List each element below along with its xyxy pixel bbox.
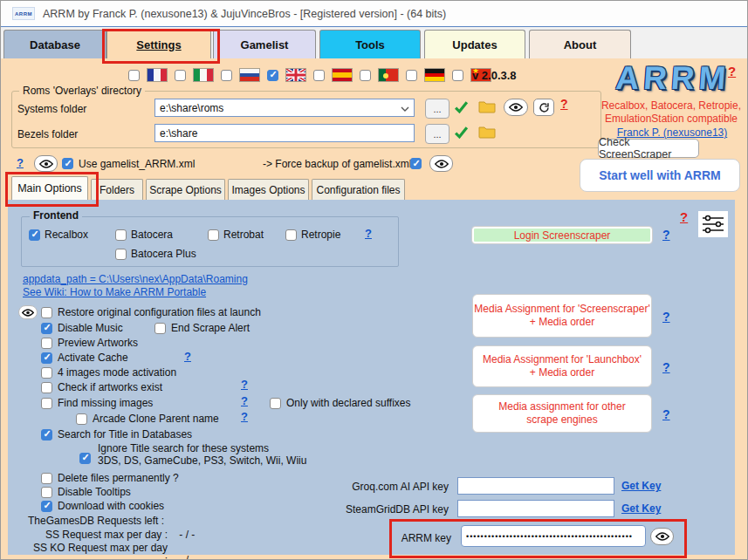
italy-flag-icon[interactable] — [193, 68, 214, 82]
gamelist-eye-button[interactable] — [34, 155, 58, 172]
help-find-missing[interactable]: ? — [241, 394, 248, 407]
lang-russia-checkbox[interactable] — [221, 70, 232, 81]
batocera-label: Batocera — [131, 229, 173, 241]
batocera-plus-checkbox[interactable] — [115, 249, 127, 260]
version-label: v 2.0.3.8 — [472, 69, 517, 82]
ss-request-label: SS Request max per day : — [28, 529, 168, 541]
main-options-panel: Frontend Recalbox Batocera Retrobat Retr… — [8, 200, 735, 555]
disable-music-checkbox[interactable] — [41, 323, 52, 334]
force-backup-eye-button[interactable] — [429, 155, 453, 172]
steamgrid-api-label: SteamGridDB API key — [335, 503, 449, 516]
lang-italy-checkbox[interactable] — [175, 70, 186, 81]
help-login[interactable]: ? — [662, 228, 670, 242]
check-screenscraper-button[interactable]: Check ScreenScraper — [598, 139, 699, 158]
help-sliders-red[interactable]: ? — [680, 209, 688, 224]
steamgrid-get-key-link[interactable]: Get Key — [621, 502, 661, 515]
disable-tooltips-checkbox[interactable] — [41, 487, 52, 498]
force-backup-checkbox[interactable] — [410, 158, 422, 169]
portugal-flag-icon[interactable] — [378, 68, 399, 82]
find-missing-images-checkbox[interactable] — [41, 398, 52, 409]
use-gamelist-checkbox[interactable] — [62, 158, 73, 169]
delete-files-label: Delete files permanently ? — [58, 472, 179, 484]
help-media-launchbox[interactable]: ? — [662, 360, 670, 374]
steamgrid-api-input[interactable] — [457, 500, 614, 517]
search-title-checkbox[interactable] — [41, 429, 52, 440]
bezels-browse-button[interactable]: ... — [425, 124, 449, 144]
end-scrape-alert-checkbox[interactable] — [154, 323, 166, 334]
start-well-button[interactable]: Start well with ARRM — [580, 159, 740, 192]
subtab-scrape-options[interactable]: Scrape Options — [146, 179, 225, 200]
groq-api-input[interactable] — [457, 477, 614, 495]
app-icon: ARRM — [12, 7, 35, 20]
arcade-clone-label: Arcade Clone Parent name — [93, 413, 219, 425]
combo-chevron-down-icon[interactable] — [401, 102, 409, 114]
ignore-title-checkbox[interactable] — [79, 453, 91, 464]
bezels-open-folder-icon[interactable] — [478, 125, 496, 141]
batocera-checkbox[interactable] — [115, 229, 127, 241]
subtab-folders[interactable]: Folders — [91, 179, 143, 200]
retropie-checkbox[interactable] — [285, 229, 297, 241]
help-arcade-clone[interactable]: ? — [241, 410, 248, 423]
groq-get-key-link[interactable]: Get Key — [621, 480, 661, 492]
restore-eye-icon[interactable] — [18, 305, 38, 319]
help-roms-red[interactable]: ? — [560, 97, 568, 111]
login-screenscraper-button[interactable]: Login Screenscraper — [472, 227, 652, 243]
systems-eye-button[interactable] — [504, 99, 528, 116]
media-assignment-launchbox-button[interactable]: Media Assignment for 'Launchbox' + Media… — [472, 345, 652, 387]
activate-cache-checkbox[interactable] — [41, 352, 52, 364]
download-cookies-checkbox[interactable] — [41, 501, 52, 512]
tab-about[interactable]: About — [529, 30, 631, 58]
preview-artworks-checkbox[interactable] — [41, 338, 52, 349]
four-images-mode-checkbox[interactable] — [41, 367, 52, 379]
systems-refresh-button[interactable] — [533, 99, 554, 116]
lang-uk-checkbox[interactable] — [267, 70, 278, 81]
france-flag-icon[interactable] — [147, 68, 168, 82]
uk-flag-icon[interactable] — [285, 68, 306, 82]
media-assignment-screenscraper-button[interactable]: Media Assignment for 'Screenscraper' + M… — [472, 294, 652, 338]
tab-settings[interactable]: Settings — [106, 30, 211, 58]
systems-folder-combobox[interactable]: e:\share\roms — [154, 99, 415, 117]
wiki-portable-link[interactable]: See Wiki: How to Make ARRM Portable — [23, 286, 206, 298]
compat-line2: EmulationStation compatible — [600, 113, 743, 125]
tab-gamelist[interactable]: Gamelist — [213, 30, 316, 58]
tab-tools[interactable]: Tools — [319, 30, 421, 58]
tab-database[interactable]: Database — [3, 30, 106, 58]
help-check-artworks[interactable]: ? — [241, 378, 248, 391]
spain-flag-icon[interactable] — [332, 68, 353, 82]
restore-config-checkbox[interactable] — [41, 307, 52, 318]
media-assignment-other-button[interactable]: Media assignment for other scrape engine… — [472, 394, 652, 433]
arrm-logo: ARRM — [606, 58, 739, 99]
russia-flag-icon[interactable] — [239, 68, 260, 82]
arrm-key-eye-button[interactable] — [650, 528, 674, 545]
subtab-main-options[interactable]: Main Options — [11, 176, 88, 200]
check-artworks-checkbox[interactable] — [41, 382, 52, 393]
frontend-group: Frontend Recalbox Batocera Retrobat Retr… — [21, 216, 399, 267]
lang-china-checkbox[interactable] — [452, 70, 463, 81]
help-media-screenscraper[interactable]: ? — [662, 310, 670, 324]
appdata-path-link[interactable]: appdata_path = C:\Users\nex\AppData\Roam… — [23, 273, 248, 285]
lang-spain-checkbox[interactable] — [313, 70, 325, 81]
subtab-configuration-files[interactable]: Configuration files — [312, 179, 405, 200]
bezels-folder-input[interactable] — [154, 124, 415, 142]
subtab-images-options[interactable]: Images Options — [228, 179, 309, 200]
recalbox-checkbox[interactable] — [29, 229, 40, 241]
lang-germany-checkbox[interactable] — [406, 70, 417, 81]
tab-updates[interactable]: Updates — [424, 30, 525, 58]
help-media-other[interactable]: ? — [662, 407, 670, 421]
lang-portugal-checkbox[interactable] — [360, 70, 371, 81]
help-frontend[interactable]: ? — [365, 227, 372, 240]
delete-files-checkbox[interactable] — [41, 473, 52, 484]
only-suffixes-checkbox[interactable] — [270, 398, 281, 409]
help-activate-cache[interactable]: ? — [184, 350, 191, 363]
arrm-key-input[interactable] — [461, 525, 646, 547]
germany-flag-icon[interactable] — [424, 68, 445, 82]
help-gamelist[interactable]: ? — [17, 156, 24, 169]
lang-france-checkbox[interactable] — [128, 70, 140, 81]
systems-open-folder-icon[interactable] — [478, 99, 496, 116]
ignore-title-label-line1: Ignore Title search for these systems — [98, 442, 306, 454]
retrobat-checkbox[interactable] — [208, 229, 219, 241]
arcade-clone-checkbox[interactable] — [76, 413, 87, 425]
disable-tooltips-label: Disable Tooltips — [58, 486, 131, 498]
media-sliders-icon[interactable] — [698, 211, 728, 237]
systems-browse-button[interactable]: ... — [425, 99, 449, 119]
